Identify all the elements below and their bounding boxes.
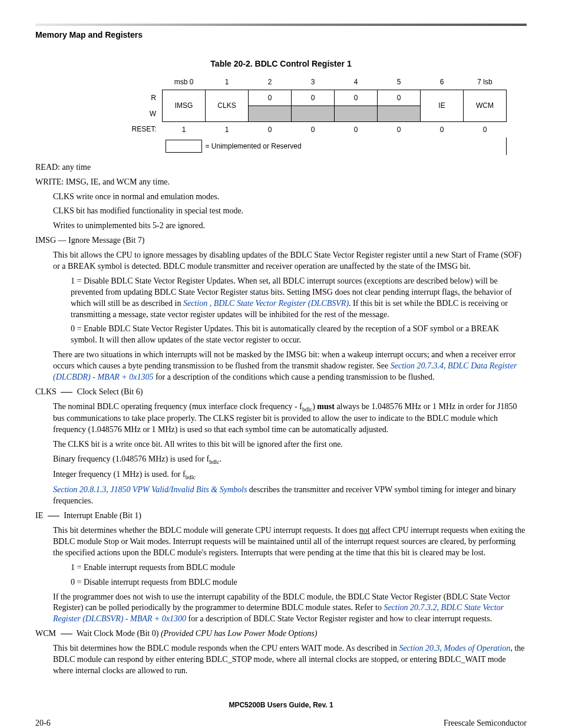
wcm-desc: This bit determines how the BDLC module … bbox=[53, 643, 527, 677]
page-number: 20-6 bbox=[35, 718, 51, 728]
register-table: msb 0 1 2 3 4 5 6 7 lsb R IMSG CLKS 0 0 … bbox=[115, 74, 507, 155]
row-label-reset: RESET: bbox=[115, 121, 163, 137]
reg-cell-reserved bbox=[292, 106, 335, 121]
dash-icon bbox=[61, 392, 72, 393]
ie-note: If the programmer does not wish to use t… bbox=[53, 592, 527, 625]
clks-ref: Section 20.8.1.3, J1850 VPW Valid/Invali… bbox=[53, 485, 527, 507]
reg-cell: 0 bbox=[378, 90, 421, 106]
reg-cell-reserved bbox=[378, 106, 421, 121]
row-label-r: R bbox=[115, 90, 163, 106]
reg-cell: 0 bbox=[335, 90, 378, 106]
link-dlcbsvr[interactable]: Section , BDLC State Vector Register (DL… bbox=[183, 299, 349, 308]
reg-cell: 0 bbox=[249, 90, 292, 106]
ie-heading: IE Interrupt Enable (Bit 1) bbox=[35, 510, 527, 522]
imsg-value-0: 0 = Enable BDLC State Vector Register Up… bbox=[71, 324, 527, 346]
clks-integer-freq: Integer frequency (1 MHz) is used. for f… bbox=[53, 469, 527, 481]
reg-cell-reserved bbox=[335, 106, 378, 121]
reg-cell: CLKS bbox=[206, 90, 249, 121]
section-heading: Memory Map and Registers bbox=[35, 29, 527, 41]
bit-col: 1 bbox=[206, 74, 249, 90]
clks-note: CLKS write once in normal and emulation … bbox=[53, 192, 527, 203]
table-title: Table 20-2. BDLC Control Register 1 bbox=[35, 58, 527, 70]
write-note: WRITE: IMSG, IE, and WCM any time. bbox=[35, 177, 527, 188]
reset-cell: 1 bbox=[163, 121, 206, 137]
bit-col: 3 bbox=[292, 74, 335, 90]
legend-row: = Unimplemented or Reserved bbox=[115, 137, 507, 155]
reset-cell: 0 bbox=[292, 121, 335, 137]
bit-col: msb 0 bbox=[163, 74, 206, 90]
writes-note: Writes to unimplemented bits 5-2 are ign… bbox=[53, 220, 527, 232]
bit-col: 4 bbox=[335, 74, 378, 90]
top-rule bbox=[35, 24, 527, 26]
bit-col: 7 lsb bbox=[464, 74, 507, 90]
reset-cell: 0 bbox=[378, 121, 421, 137]
reset-cell: 0 bbox=[335, 121, 378, 137]
footer-company: Freescale Semiconductor bbox=[444, 718, 527, 728]
imsg-heading: IMSG — Ignore Message (Bit 7) bbox=[35, 235, 527, 246]
read-row: R IMSG CLKS 0 0 0 0 IE WCM bbox=[115, 90, 507, 106]
reset-cell: 1 bbox=[206, 121, 249, 137]
bit-col: 6 bbox=[421, 74, 464, 90]
reg-cell: WCM bbox=[464, 90, 507, 121]
reset-cell: 0 bbox=[421, 121, 464, 137]
clks-heading: CLKS Clock Select (Bit 6) bbox=[35, 387, 527, 398]
reg-cell-reserved bbox=[249, 106, 292, 121]
clks-note: CLKS bit has modified functionality in s… bbox=[53, 206, 527, 217]
clks-write-once: The CLKS bit is a write once bit. All wr… bbox=[53, 439, 527, 450]
ie-value-1: 1 = Enable interrupt requests from BDLC … bbox=[71, 562, 527, 574]
reg-cell: 0 bbox=[292, 90, 335, 106]
dash-icon bbox=[61, 634, 72, 634]
ie-value-0: 0 = Disable interrupt requests from BDLC… bbox=[71, 577, 527, 588]
dash-icon bbox=[48, 516, 59, 516]
imsg-note: There are two situations in which interr… bbox=[53, 350, 527, 383]
imsg-desc: This bit allows the CPU to ignore messag… bbox=[53, 250, 527, 272]
imsg-value-1: 1 = Disable BDLC State Vector Register U… bbox=[71, 276, 527, 321]
legend-text: = Unimplemented or Reserved bbox=[206, 137, 378, 155]
link-vpw-symbols[interactable]: Section 20.8.1.3, J1850 VPW Valid/Invali… bbox=[53, 485, 247, 494]
row-label-w: W bbox=[115, 106, 163, 121]
reset-cell: 0 bbox=[249, 121, 292, 137]
read-note: READ: any time bbox=[35, 162, 527, 173]
reg-cell: IE bbox=[421, 90, 464, 121]
reset-cell: 0 bbox=[464, 121, 507, 137]
bit-col: 2 bbox=[249, 74, 292, 90]
reg-cell: IMSG bbox=[163, 90, 206, 121]
wcm-heading: WCM Wait Clock Mode (Bit 0) (Provided CP… bbox=[35, 628, 527, 640]
clks-binary-freq: Binary frequency (1.048576 MHz) is used … bbox=[53, 454, 527, 466]
bit-header-row: msb 0 1 2 3 4 5 6 7 lsb bbox=[115, 74, 507, 90]
reset-row: RESET: 1 1 0 0 0 0 0 0 bbox=[115, 121, 507, 137]
link-modes-of-operation[interactable]: Section 20.3, Modes of Operation bbox=[399, 644, 510, 653]
footer-doc-title: MPC5200B Users Guide, Rev. 1 bbox=[35, 700, 527, 710]
clks-desc: The nominal BDLC operating frequency (mu… bbox=[53, 401, 527, 436]
legend-box-icon bbox=[166, 140, 202, 153]
bit-col: 5 bbox=[378, 74, 421, 90]
ie-desc: This bit determines whether the BDLC mod… bbox=[53, 525, 527, 559]
